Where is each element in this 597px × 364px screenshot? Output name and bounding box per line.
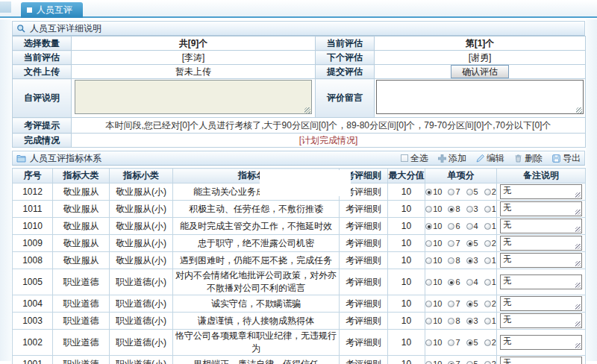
score-radio[interactable] <box>425 257 432 264</box>
select-all-checkbox[interactable] <box>401 154 408 162</box>
score-radio[interactable] <box>466 361 473 364</box>
detail-rule-link[interactable]: 考评细则 <box>340 330 388 356</box>
add-button[interactable]: 添加 <box>438 152 466 165</box>
score-radio[interactable] <box>448 318 454 324</box>
score-radio-selected[interactable] <box>466 318 473 324</box>
score-radio[interactable] <box>448 240 454 247</box>
export-button[interactable]: 导出 <box>552 152 581 165</box>
score-radio[interactable] <box>484 240 491 247</box>
confirm-evaluation-button[interactable]: 确认评估 <box>451 65 509 78</box>
score-option-1[interactable]: 1 <box>484 204 496 213</box>
score-option-3[interactable]: 3 <box>466 316 478 325</box>
score-option-7[interactable]: 7 <box>448 338 460 347</box>
score-radio[interactable] <box>466 279 473 286</box>
score-option-5[interactable]: 5 <box>466 338 478 347</box>
score-radio-selected[interactable] <box>466 240 473 247</box>
score-option-2[interactable]: 2 <box>484 338 496 347</box>
score-option-3[interactable]: 3 <box>466 256 478 265</box>
score-option-10[interactable]: 10 <box>425 277 442 286</box>
score-radio[interactable] <box>425 279 432 286</box>
score-option-10[interactable]: 10 <box>425 316 442 325</box>
score-radio[interactable] <box>425 361 432 364</box>
score-option-5[interactable]: 5 <box>466 360 478 364</box>
score-option-5[interactable]: 5 <box>466 187 478 196</box>
note-textarea[interactable]: 无 <box>500 335 582 350</box>
score-radio[interactable] <box>448 223 454 230</box>
score-option-8[interactable]: 8 <box>448 204 460 213</box>
score-option-10[interactable]: 10 <box>425 187 442 196</box>
score-option-10[interactable]: 10 <box>425 256 442 265</box>
score-option-2[interactable]: 2 <box>484 187 496 196</box>
score-option-7[interactable]: 7 <box>448 299 460 308</box>
score-option-1[interactable]: 1 <box>484 256 496 265</box>
score-option-7[interactable]: 7 <box>448 187 460 196</box>
tab-personnel-evaluation[interactable]: 人员互评 <box>21 2 83 18</box>
score-option-10[interactable]: 10 <box>425 222 442 230</box>
score-option-6[interactable]: 6 <box>448 277 460 286</box>
score-option-4[interactable]: 4 <box>466 222 478 230</box>
score-option-10[interactable]: 10 <box>425 239 442 248</box>
score-radio[interactable] <box>484 279 491 286</box>
score-option-2[interactable]: 2 <box>484 299 496 308</box>
score-option-3[interactable]: 3 <box>466 204 478 213</box>
score-option-5[interactable]: 5 <box>466 239 478 248</box>
note-textarea[interactable]: 无 <box>500 357 582 364</box>
score-radio-selected[interactable] <box>448 206 454 213</box>
score-radio[interactable] <box>425 339 432 346</box>
select-all-toggle[interactable]: 全选 <box>401 152 428 165</box>
detail-rule-link[interactable]: 考评细则 <box>340 252 388 269</box>
score-radio[interactable] <box>484 361 491 364</box>
score-radio[interactable] <box>448 339 454 346</box>
detail-rule-link[interactable]: 考评细则 <box>340 218 388 235</box>
score-radio-selected[interactable] <box>466 257 473 264</box>
score-radio[interactable] <box>484 189 491 195</box>
plan-status-link[interactable]: [计划完成情况] <box>299 135 358 145</box>
note-textarea[interactable]: 无 <box>500 313 582 328</box>
score-radio[interactable] <box>466 189 473 195</box>
note-textarea[interactable]: 无 <box>500 253 582 268</box>
score-radio[interactable] <box>448 257 454 264</box>
score-option-5[interactable]: 5 <box>466 299 478 308</box>
score-option-7[interactable]: 7 <box>448 239 460 248</box>
score-option-7[interactable]: 7 <box>448 360 460 364</box>
score-radio-selected[interactable] <box>448 279 454 286</box>
score-radio[interactable] <box>466 206 473 213</box>
score-radio[interactable] <box>484 339 491 346</box>
score-radio[interactable] <box>484 206 491 213</box>
score-radio[interactable] <box>425 206 432 213</box>
score-radio-selected[interactable] <box>466 301 473 307</box>
self-review-textarea[interactable] <box>75 80 312 114</box>
comment-textarea[interactable] <box>376 80 584 114</box>
score-option-8[interactable]: 8 <box>448 316 460 325</box>
score-radio[interactable] <box>484 257 491 264</box>
score-option-8[interactable]: 8 <box>448 256 460 265</box>
detail-rule-link[interactable]: 考评细则 <box>340 313 388 330</box>
score-radio-selected[interactable] <box>448 361 454 364</box>
score-option-10[interactable]: 10 <box>425 299 442 308</box>
score-radio[interactable] <box>484 223 491 230</box>
score-radio[interactable] <box>484 301 491 307</box>
score-radio[interactable] <box>448 189 454 195</box>
score-radio[interactable] <box>466 223 473 230</box>
score-option-6[interactable]: 6 <box>448 222 460 230</box>
score-option-10[interactable]: 10 <box>425 360 442 364</box>
note-textarea[interactable]: 无 <box>500 296 582 311</box>
score-option-4[interactable]: 4 <box>466 277 478 286</box>
score-radio[interactable] <box>425 318 432 324</box>
note-textarea[interactable]: 无 <box>500 236 582 251</box>
score-option-1[interactable]: 1 <box>484 222 496 230</box>
delete-button[interactable]: 删除 <box>514 152 543 165</box>
score-radio[interactable] <box>448 301 454 307</box>
score-radio-selected[interactable] <box>466 339 473 346</box>
score-option-1[interactable]: 1 <box>484 316 496 325</box>
score-radio[interactable] <box>484 318 491 324</box>
score-option-2[interactable]: 2 <box>484 360 496 364</box>
note-textarea[interactable]: 无 <box>500 274 582 289</box>
note-textarea[interactable]: 无 <box>500 201 582 216</box>
score-radio[interactable] <box>425 301 432 307</box>
score-option-1[interactable]: 1 <box>484 277 496 286</box>
note-textarea[interactable]: 无 <box>500 219 582 233</box>
detail-rule-link[interactable]: 考评细则 <box>340 295 388 313</box>
score-radio-selected[interactable] <box>425 189 432 195</box>
detail-rule-link[interactable]: 考评细则 <box>340 356 388 364</box>
